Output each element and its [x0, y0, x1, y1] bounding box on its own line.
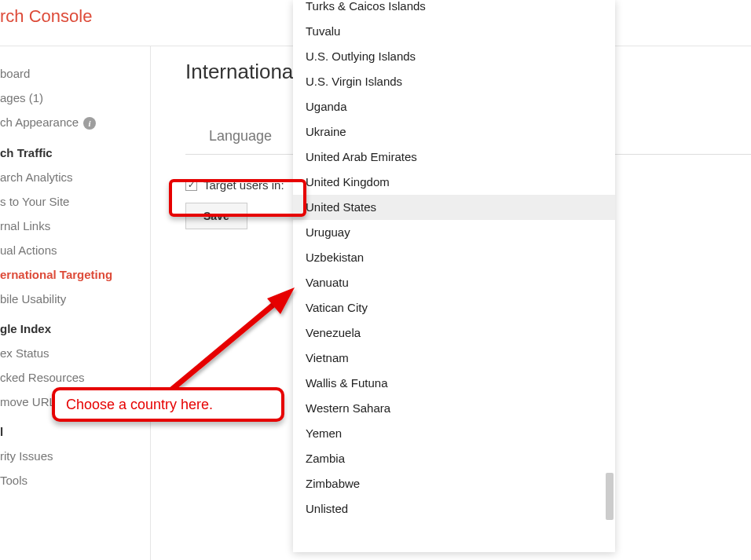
country-option[interactable]: Zambia [293, 446, 615, 471]
sidebar-nav: boardages (1)ch Appearanceich Trafficarc… [0, 46, 151, 560]
sidebar-item[interactable]: bile Usability [0, 287, 150, 311]
country-option[interactable]: United States [293, 195, 615, 220]
info-icon[interactable]: i [83, 117, 96, 130]
dropdown-scrollbar[interactable] [606, 473, 614, 520]
country-dropdown[interactable]: Turks & Caicos IslandsTuvaluU.S. Outlyin… [293, 0, 615, 552]
country-option[interactable]: Vatican City [293, 295, 615, 320]
country-option[interactable]: Venezuela [293, 320, 615, 346]
sidebar-item[interactable]: s to Your Site [0, 189, 150, 214]
country-option[interactable]: Vietnam [293, 346, 615, 371]
sidebar-item[interactable]: board [0, 61, 150, 86]
country-option[interactable]: United Arab Emirates [293, 145, 615, 170]
sidebar-item[interactable]: ex Status [0, 341, 150, 365]
country-option[interactable]: U.S. Virgin Islands [293, 69, 615, 94]
country-option[interactable]: Ukraine [293, 119, 615, 145]
target-users-checkbox[interactable]: ✓ [185, 179, 197, 191]
sidebar-item[interactable]: ual Actions [0, 238, 150, 262]
sidebar-item[interactable]: cked Resources [0, 365, 150, 390]
country-option[interactable]: Zimbabwe [293, 471, 615, 496]
country-option[interactable]: Vanuatu [293, 270, 615, 295]
sidebar-item[interactable]: rity Issues [0, 444, 150, 468]
country-option[interactable]: United Kingdom [293, 170, 615, 195]
sidebar-item[interactable]: ernational Targeting [0, 262, 150, 287]
app-logo: rch Console [0, 6, 92, 27]
country-option[interactable]: Uganda [293, 94, 615, 119]
country-option[interactable]: Wallis & Futuna [293, 371, 615, 396]
save-button[interactable]: Save [185, 203, 247, 229]
country-option[interactable]: U.S. Outlying Islands [293, 44, 615, 69]
sidebar-item[interactable]: ages (1) [0, 86, 150, 110]
country-option[interactable]: Turks & Caicos Islands [293, 0, 615, 19]
sidebar-item[interactable]: Tools [0, 468, 150, 492]
country-option[interactable]: Yemen [293, 421, 615, 446]
country-option[interactable]: Uzbekistan [293, 245, 615, 270]
sidebar-item[interactable]: arch Analytics [0, 165, 150, 189]
sidebar-section: ch Traffic [0, 135, 150, 165]
country-option[interactable]: Uruguay [293, 220, 615, 245]
country-option[interactable]: Tuvalu [293, 19, 615, 44]
target-users-label: Target users in: [203, 178, 284, 192]
tab-language[interactable]: Language [185, 120, 295, 152]
country-option[interactable]: Unlisted [293, 496, 615, 522]
sidebar-item[interactable]: rnal Links [0, 214, 150, 238]
sidebar-item[interactable]: ch Appearancei [0, 110, 150, 135]
country-option[interactable]: Western Sahara [293, 396, 615, 421]
annotation-callout: Choose a country here. [52, 387, 284, 422]
annotation-callout-text: Choose a country here. [66, 397, 213, 413]
sidebar-section: gle Index [0, 311, 150, 341]
